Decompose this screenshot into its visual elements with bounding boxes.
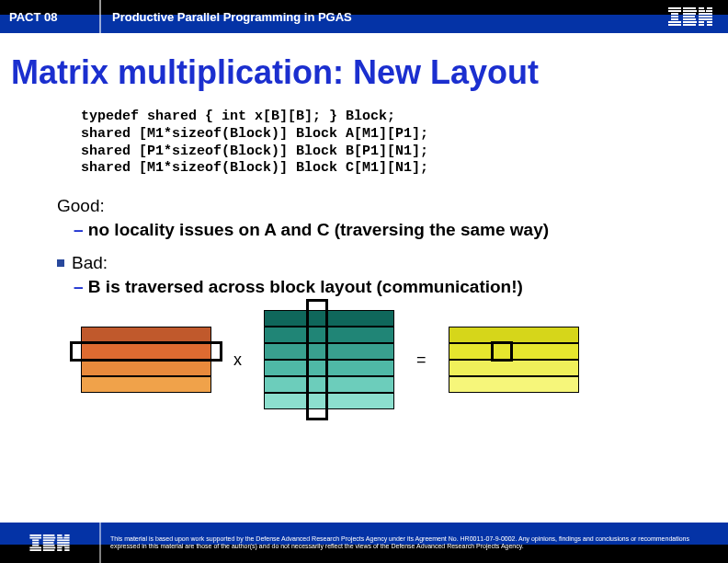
bad-label: Bad:	[57, 253, 711, 273]
bullets: Good: – no locality issues on A and C (t…	[57, 196, 711, 297]
svg-rect-5	[668, 21, 681, 23]
code-block: typedef shared { int x[B][B]; } Block; s…	[81, 109, 711, 178]
svg-rect-19	[699, 16, 712, 17]
footer-bar: This material is based upon work support…	[0, 523, 728, 563]
matrix-b	[264, 310, 394, 409]
svg-rect-1	[668, 10, 681, 12]
header-bar: PACT 08 Productive Parallel Programming …	[0, 0, 728, 33]
svg-rect-38	[43, 545, 55, 546]
svg-rect-15	[707, 7, 712, 9]
bad-point: – B is traversed across block layout (co…	[74, 277, 711, 297]
svg-rect-0	[668, 7, 681, 9]
slide-body: Matrix multiplication: New Layout typede…	[0, 33, 728, 530]
ibm-logo	[664, 0, 728, 33]
svg-rect-24	[707, 21, 712, 23]
good-point-text: no locality issues on A and C (traversin…	[88, 220, 549, 239]
ibm-logo-footer	[0, 523, 101, 563]
dash-icon: –	[74, 220, 88, 239]
bad-point-text: B is traversed across block layout (comm…	[88, 277, 523, 296]
equals-op: =	[416, 350, 427, 370]
svg-rect-32	[29, 547, 41, 549]
matrix-c	[449, 327, 579, 393]
svg-rect-46	[57, 542, 70, 544]
svg-rect-4	[671, 18, 678, 20]
column-highlight	[306, 299, 328, 420]
svg-rect-45	[57, 539, 70, 541]
dash-icon: –	[74, 277, 88, 296]
matrix-a	[81, 327, 211, 393]
svg-rect-40	[43, 549, 55, 551]
svg-rect-39	[43, 547, 56, 549]
ibm-logo-icon	[668, 7, 712, 26]
diagram-row: x =	[81, 310, 711, 409]
svg-rect-16	[699, 10, 705, 12]
times-op: x	[233, 350, 242, 370]
svg-rect-44	[63, 537, 69, 539]
cell-highlight	[491, 341, 513, 362]
svg-rect-51	[64, 547, 69, 549]
svg-rect-22	[707, 18, 712, 20]
svg-rect-23	[699, 21, 704, 23]
svg-rect-29	[32, 539, 39, 541]
svg-rect-18	[699, 13, 712, 15]
svg-rect-6	[668, 24, 681, 26]
svg-rect-2	[671, 13, 678, 15]
good-point: – no locality issues on A and C (travers…	[74, 220, 711, 240]
svg-rect-12	[683, 21, 697, 23]
svg-rect-13	[683, 24, 696, 26]
svg-rect-7	[683, 7, 696, 9]
svg-rect-49	[64, 545, 69, 546]
svg-rect-41	[57, 534, 62, 536]
svg-rect-3	[671, 16, 678, 17]
svg-rect-35	[43, 537, 56, 539]
svg-rect-30	[32, 542, 39, 544]
svg-rect-8	[683, 10, 697, 12]
row-highlight	[70, 341, 222, 362]
svg-rect-17	[706, 10, 712, 12]
svg-rect-34	[43, 534, 55, 536]
svg-rect-52	[57, 549, 62, 551]
svg-rect-53	[64, 549, 69, 551]
svg-rect-25	[699, 24, 704, 26]
svg-rect-11	[683, 18, 696, 20]
svg-rect-33	[29, 549, 41, 551]
good-label: Good:	[57, 196, 711, 216]
svg-rect-9	[683, 13, 696, 15]
slide-tag: PACT 08	[0, 0, 101, 33]
ibm-logo-icon	[29, 534, 70, 551]
footer-disclaimer: This material is based upon work support…	[101, 532, 728, 554]
svg-rect-43	[57, 537, 63, 539]
svg-rect-26	[707, 24, 712, 26]
slide-subtitle: Productive Parallel Programming in PGAS	[101, 0, 664, 33]
slide-title: Matrix multiplication: New Layout	[11, 53, 711, 92]
svg-rect-42	[64, 534, 69, 536]
svg-rect-37	[43, 542, 54, 544]
svg-rect-27	[29, 534, 41, 536]
svg-rect-10	[683, 16, 695, 17]
svg-rect-50	[57, 547, 62, 549]
svg-rect-14	[699, 7, 704, 9]
svg-rect-31	[32, 545, 39, 546]
svg-rect-28	[29, 537, 41, 539]
svg-rect-36	[43, 539, 55, 541]
